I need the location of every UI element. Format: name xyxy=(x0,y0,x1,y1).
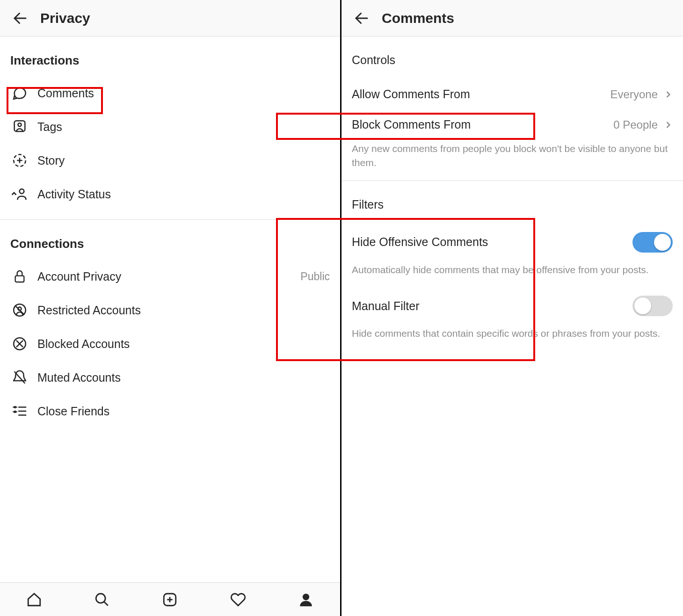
setting-value: 0 People xyxy=(613,118,658,131)
lock-icon xyxy=(10,267,29,286)
nav-add[interactable] xyxy=(160,590,179,609)
setting-block-desc: Any new comments from people you block w… xyxy=(342,140,683,181)
privacy-item-restricted-accounts[interactable]: Restricted Accounts xyxy=(0,293,340,327)
activity-status-icon xyxy=(10,185,29,203)
privacy-item-label: Tags xyxy=(37,120,330,134)
back-arrow-icon xyxy=(353,10,370,27)
nav-activity[interactable] xyxy=(229,590,247,609)
section-interactions-title: Interactions xyxy=(0,36,340,76)
svg-marker-16 xyxy=(14,411,16,413)
section-connections-title: Connections xyxy=(0,220,340,260)
blocked-icon xyxy=(10,334,29,353)
setting-hide-offensive: Hide Offensive Comments xyxy=(342,224,683,261)
story-icon xyxy=(10,151,29,170)
privacy-item-label: Muted Accounts xyxy=(37,371,330,384)
muted-icon xyxy=(10,368,29,387)
privacy-item-label: Blocked Accounts xyxy=(37,337,330,351)
profile-icon xyxy=(298,592,314,608)
privacy-item-value: Public xyxy=(300,270,330,283)
privacy-item-story[interactable]: Story xyxy=(0,144,340,177)
setting-label: Block Comments From xyxy=(352,118,613,131)
setting-manual-filter-desc: Hide comments that contain specific word… xyxy=(342,325,683,351)
privacy-item-label: Restricted Accounts xyxy=(37,304,330,317)
svg-point-6 xyxy=(20,189,24,194)
privacy-item-label: Close Friends xyxy=(37,405,330,418)
privacy-item-close-friends[interactable]: Close Friends xyxy=(0,394,340,428)
restricted-icon xyxy=(10,301,29,319)
setting-allow-comments-from[interactable]: Allow Comments From Everyone xyxy=(342,79,683,109)
svg-rect-7 xyxy=(15,276,24,282)
back-button[interactable] xyxy=(351,7,372,29)
setting-hide-offensive-desc: Automatically hide comments that may be … xyxy=(342,261,683,287)
privacy-item-blocked-accounts[interactable]: Blocked Accounts xyxy=(0,327,340,361)
privacy-item-muted-accounts[interactable]: Muted Accounts xyxy=(0,361,340,394)
close-friends-icon xyxy=(10,402,29,420)
setting-block-comments-from[interactable]: Block Comments From 0 People xyxy=(342,109,683,140)
privacy-item-label: Comments xyxy=(37,87,330,100)
nav-home[interactable] xyxy=(25,590,44,609)
nav-search[interactable] xyxy=(93,590,111,609)
setting-value: Everyone xyxy=(610,88,658,101)
bottom-nav xyxy=(0,582,340,616)
setting-manual-filter: Manual Filter xyxy=(342,287,683,325)
privacy-header: Privacy xyxy=(0,0,340,36)
comments-header: Comments xyxy=(342,0,683,36)
svg-point-2 xyxy=(18,123,21,126)
home-icon xyxy=(26,592,42,608)
svg-line-21 xyxy=(104,602,108,606)
privacy-item-activity-status[interactable]: Activity Status xyxy=(0,177,340,211)
setting-label: Allow Comments From xyxy=(352,87,610,101)
privacy-item-comments[interactable]: Comments xyxy=(0,76,340,110)
toggle-hide-offensive[interactable] xyxy=(632,232,673,253)
setting-label: Manual Filter xyxy=(352,299,632,313)
comments-pane: Comments Controls Allow Comments From Ev… xyxy=(342,0,683,616)
section-filters-title: Filters xyxy=(342,181,683,224)
privacy-item-label: Story xyxy=(37,154,330,167)
heart-icon xyxy=(230,592,246,608)
privacy-item-tags[interactable]: Tags xyxy=(0,110,340,144)
comments-icon xyxy=(10,84,29,102)
privacy-item-label: Account Privacy xyxy=(37,270,300,283)
setting-label: Hide Offensive Comments xyxy=(352,235,632,249)
search-icon xyxy=(94,592,110,608)
svg-point-25 xyxy=(303,594,309,600)
privacy-item-label: Activity Status xyxy=(37,188,330,201)
nav-profile[interactable] xyxy=(297,590,315,609)
page-title: Privacy xyxy=(40,10,90,26)
privacy-item-account-privacy[interactable]: Account Privacy Public xyxy=(0,260,340,293)
chevron-right-icon xyxy=(663,120,673,130)
svg-marker-15 xyxy=(14,406,16,408)
toggle-manual-filter[interactable] xyxy=(632,296,673,316)
svg-point-20 xyxy=(96,594,105,603)
tags-icon xyxy=(10,117,29,136)
chevron-right-icon xyxy=(663,90,673,99)
back-arrow-icon xyxy=(12,10,29,27)
back-button[interactable] xyxy=(9,7,31,29)
page-title: Comments xyxy=(382,10,454,26)
privacy-pane: Privacy Interactions Comments Tags Story… xyxy=(0,0,342,616)
section-controls-title: Controls xyxy=(342,36,683,79)
add-post-icon xyxy=(162,592,178,608)
